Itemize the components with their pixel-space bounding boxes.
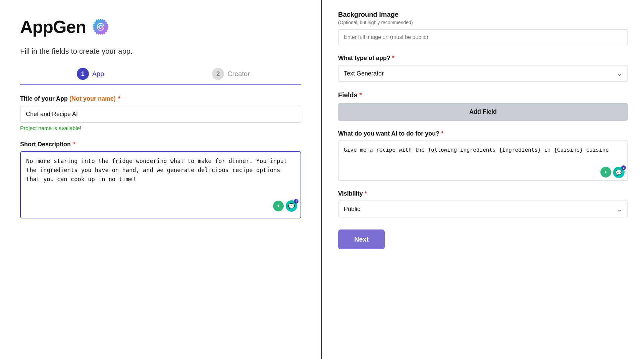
badge: 1 <box>294 199 299 204</box>
ai-textarea-icons: ✦ 💬 1 <box>600 167 625 178</box>
visibility-select[interactable]: Public Private <box>338 201 628 217</box>
steps-tabs: 1 App 2 Creator <box>20 68 301 85</box>
tagline: Fill in the fields to create your app. <box>20 47 301 56</box>
badge-2: 1 <box>621 165 626 170</box>
availability-message: Project name is available! <box>20 125 301 132</box>
title-input[interactable] <box>20 106 301 123</box>
title-label: Title of your App (Not your name) * <box>20 95 301 102</box>
add-field-button[interactable]: Add Field <box>338 103 628 121</box>
desc-label: Short Description * <box>20 141 301 148</box>
app-type-select[interactable]: Text Generator Image Generator Chat Bot <box>338 65 628 82</box>
ai-prompt-label: What do you want AI to do for you? * <box>338 130 628 137</box>
next-button[interactable]: Next <box>338 229 385 249</box>
right-panel: Background Image (Optional, but highly r… <box>322 0 644 359</box>
tab-app[interactable]: 1 App <box>20 68 161 80</box>
step2-circle: 2 <box>212 68 224 80</box>
ai-prompt-section: What do you want AI to do for you? * Giv… <box>338 130 628 182</box>
app-type-section: What type of app? * Text Generator Image… <box>338 55 628 82</box>
app-type-select-wrapper: Text Generator Image Generator Chat Bot … <box>338 65 628 82</box>
ai-chat-icon[interactable]: 💬 1 <box>286 200 297 212</box>
title-section: Title of your App (Not your name) * Proj… <box>20 95 301 132</box>
bg-subtitle: (Optional, but highly recommended) <box>338 20 628 25</box>
visibility-select-wrapper: Public Private ⌄ <box>338 201 628 217</box>
desc-textarea-wrapper: No more staring into the fridge wonderin… <box>20 151 301 220</box>
tab-creator[interactable]: 2 Creator <box>161 68 301 80</box>
ai-prompt-textarea[interactable]: Give me a recipe with the following ingr… <box>338 141 628 181</box>
ai-chat-icon-2[interactable]: 💬 1 <box>613 167 625 178</box>
fields-label: Fields * <box>338 91 628 99</box>
left-panel: AppGen <box>0 0 322 359</box>
logo-area: AppGen <box>20 16 301 38</box>
bg-url-input[interactable] <box>338 29 628 45</box>
title-required: * <box>118 95 120 102</box>
app-type-label: What type of app? * <box>338 55 628 62</box>
step1-circle: 1 <box>77 68 89 80</box>
ai-prompt-textarea-wrapper: Give me a recipe with the following ingr… <box>338 141 628 182</box>
spell-check-icon[interactable]: ✦ <box>273 201 284 211</box>
background-image-section: Background Image (Optional, but highly r… <box>338 11 628 45</box>
visibility-section: Visibility * Public Private ⌄ <box>338 190 628 217</box>
svg-point-2 <box>100 26 102 28</box>
visibility-label: Visibility * <box>338 190 628 197</box>
description-section: Short Description * No more staring into… <box>20 141 301 220</box>
logo-text: AppGen <box>20 17 86 37</box>
fields-section: Fields * Add Field <box>338 91 628 121</box>
step2-label: Creator <box>227 70 250 78</box>
textarea-icons: ✦ 💬 1 <box>273 200 297 212</box>
step1-label: App <box>92 70 104 78</box>
gear-icon <box>90 16 111 38</box>
bg-title: Background Image <box>338 11 628 18</box>
description-textarea[interactable]: No more staring into the fridge wonderin… <box>20 151 301 218</box>
ai-spell-icon[interactable]: ✦ <box>600 167 611 177</box>
title-note: (Not your name) <box>69 95 116 102</box>
